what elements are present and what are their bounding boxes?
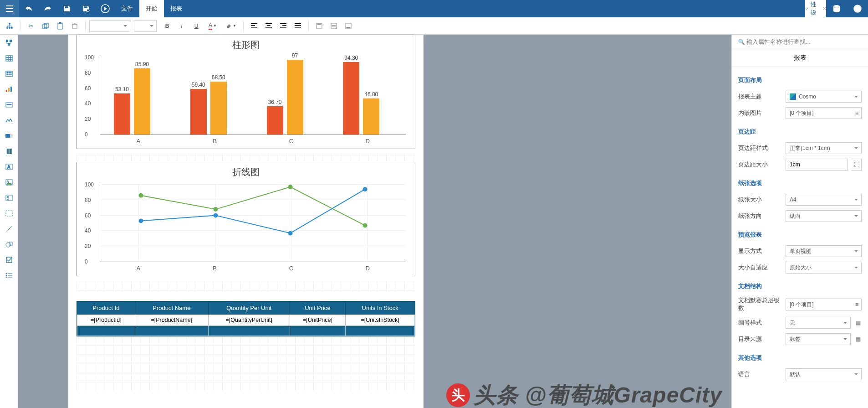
save-icon[interactable]	[57, 0, 77, 17]
font-family-combo[interactable]	[89, 20, 130, 32]
svg-rect-67	[6, 257, 12, 263]
play-icon[interactable]	[96, 0, 115, 17]
redo-icon[interactable]	[38, 0, 57, 17]
tool-barcode-icon[interactable]	[4, 146, 15, 157]
ctl-doc-levels[interactable]: [0 个项目]≡	[786, 299, 862, 310]
ctl-embed-img[interactable]: [0 个项目]≡	[786, 107, 862, 119]
align-center-icon[interactable]	[262, 19, 276, 33]
paste-icon[interactable]	[53, 19, 67, 33]
delete-icon[interactable]	[68, 19, 82, 33]
svg-point-77	[288, 185, 293, 189]
tool-card-icon[interactable]	[4, 99, 15, 110]
fill-color-button[interactable]: ▼	[222, 19, 240, 33]
line-chart-widget[interactable]: 折线图 020406080100ABCD	[77, 162, 415, 276]
svg-text:A: A	[7, 165, 10, 170]
svg-rect-18	[251, 25, 255, 26]
lock-icon[interactable]: ▦	[854, 320, 862, 326]
section-margin: 页边距	[738, 121, 862, 140]
tool-group-icon[interactable]	[4, 37, 15, 48]
ctl-source[interactable]: 标签	[786, 333, 851, 345]
design-canvas[interactable]: 柱形图 02040608010053.1085.90A59.4068.50B36…	[18, 35, 731, 408]
copy-icon[interactable]	[39, 19, 52, 33]
data-tab-button[interactable]	[826, 0, 847, 17]
expand-margin-icon[interactable]: ⛶	[852, 159, 862, 170]
bar-chart-widget[interactable]: 柱形图 02040608010053.1085.90A59.4068.50B36…	[77, 35, 415, 149]
svg-rect-56	[9, 149, 10, 154]
font-color-button[interactable]: A▼	[204, 19, 221, 33]
menu-file[interactable]: 文件	[115, 0, 139, 17]
tool-progress-icon[interactable]	[4, 130, 15, 141]
ctl-display[interactable]: 单页视图	[786, 245, 862, 257]
ctl-number-style[interactable]: 无	[786, 317, 851, 329]
svg-rect-47	[8, 88, 10, 92]
svg-point-69	[6, 275, 7, 276]
svg-point-8	[9, 23, 10, 25]
align-left-icon[interactable]	[247, 19, 261, 33]
tool-matrix-icon[interactable]	[4, 68, 15, 79]
svg-point-7	[857, 10, 858, 11]
bold-button[interactable]: B	[160, 19, 174, 33]
valign-middle-icon[interactable]	[327, 19, 341, 33]
ctl-language[interactable]: 默认	[786, 368, 862, 380]
svg-point-5	[833, 5, 840, 8]
section-other: 其他选项	[738, 347, 862, 366]
lock-icon-2[interactable]: ▦	[854, 336, 862, 342]
ctl-theme[interactable]: Cosmo	[786, 91, 862, 103]
valign-top-icon[interactable]	[312, 19, 326, 33]
menu-report[interactable]: 报表	[164, 0, 189, 17]
ctl-paper-size[interactable]: A4	[786, 194, 862, 206]
watermark: 头头条 @葡萄城GrapeCity	[446, 381, 722, 408]
svg-rect-16	[72, 24, 77, 29]
tool-line-icon[interactable]	[4, 223, 15, 234]
label-autosize: 大小自适应	[738, 264, 782, 272]
line-chart-title: 折线图	[77, 162, 415, 180]
menu-start[interactable]: 开始	[139, 0, 164, 17]
svg-point-3	[87, 9, 89, 12]
tool-barchart-icon[interactable]	[4, 84, 15, 95]
svg-rect-17	[251, 23, 257, 24]
help-icon[interactable]	[847, 0, 868, 17]
ctl-autosize[interactable]: 原始大小	[786, 262, 862, 274]
tool-container-icon[interactable]	[4, 208, 15, 219]
label-paper-size: 纸张大小	[738, 196, 782, 204]
svg-point-10	[9, 27, 10, 29]
tool-sparkline-icon[interactable]	[4, 115, 15, 126]
svg-rect-24	[282, 25, 286, 26]
left-toolbox: A	[0, 35, 18, 408]
tool-shape-icon[interactable]	[4, 239, 15, 250]
align-justify-icon[interactable]	[291, 19, 305, 33]
format-ribbon: ✂ B I U A▼ ▼	[0, 17, 868, 35]
tool-image-icon[interactable]	[4, 177, 15, 188]
tool-checkbox-icon[interactable]	[4, 254, 15, 265]
svg-rect-53	[6, 149, 6, 154]
svg-rect-36	[10, 40, 12, 42]
valign-bottom-icon[interactable]	[342, 19, 355, 33]
properties-tab-button[interactable]: 属性设置 ×	[805, 0, 826, 17]
ctl-margin-style[interactable]: 正常(1cm * 1cm)	[786, 142, 862, 154]
property-search-input[interactable]	[736, 38, 863, 45]
cut-icon[interactable]: ✂	[24, 19, 38, 33]
font-size-combo[interactable]	[134, 20, 157, 32]
tool-textbox-icon[interactable]: A	[4, 161, 15, 172]
ctl-paper-orient[interactable]: 纵向	[786, 210, 862, 222]
property-search: 🔍	[732, 35, 868, 49]
svg-point-42	[10, 72, 11, 73]
data-table-widget[interactable]: Product IdProduct NameQuantity Per UnitU…	[77, 301, 415, 336]
svg-rect-26	[295, 23, 301, 24]
svg-rect-34	[347, 27, 350, 28]
undo-icon[interactable]	[19, 0, 38, 17]
label-number-style: 编号样式	[738, 319, 782, 327]
tree-icon[interactable]	[3, 19, 16, 33]
tool-bulletlist-icon[interactable]	[4, 270, 15, 281]
italic-button[interactable]: I	[175, 19, 189, 33]
underline-button[interactable]: U	[189, 19, 203, 33]
tool-table-icon[interactable]	[4, 53, 15, 64]
label-margin-size: 页边距大小	[738, 161, 782, 169]
label-language: 语言	[738, 371, 782, 378]
svg-rect-21	[267, 25, 271, 26]
tool-list-icon[interactable]	[4, 192, 15, 203]
menu-hamburger-icon[interactable]	[0, 0, 19, 17]
save-as-icon[interactable]	[77, 0, 96, 17]
align-right-icon[interactable]	[276, 19, 290, 33]
ctl-margin-size[interactable]: 1cm	[786, 159, 848, 170]
